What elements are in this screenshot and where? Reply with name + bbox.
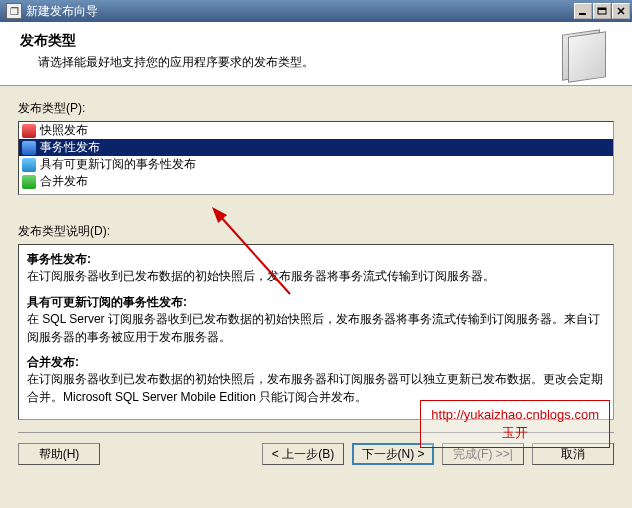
list-item[interactable]: 快照发布 — [19, 122, 613, 139]
wizard-header: 发布类型 请选择能最好地支持您的应用程序要求的发布类型。 — [0, 22, 632, 86]
list-item-label: 事务性发布 — [40, 139, 100, 156]
desc-title: 合并发布: — [27, 354, 605, 371]
list-item[interactable]: 合并发布 — [19, 173, 613, 190]
wizard-body: 发布类型(P): 快照发布 事务性发布 具有可更新订阅的事务性发布 合并发布 发… — [0, 86, 632, 508]
description-label: 发布类型说明(D): — [18, 223, 614, 240]
desc-title: 具有可更新订阅的事务性发布: — [27, 294, 605, 311]
window-controls — [574, 3, 630, 19]
transactional-updatable-icon — [22, 158, 36, 172]
list-item-label: 具有可更新订阅的事务性发布 — [40, 156, 196, 173]
watermark-author: 玉开 — [431, 424, 599, 442]
list-item[interactable]: 具有可更新订阅的事务性发布 — [19, 156, 613, 173]
header-graphic-icon — [558, 32, 606, 80]
desc-body: 在订阅服务器收到已发布数据的初始快照后，发布服务器将事务流式传输到订阅服务器。 — [27, 268, 605, 285]
watermark-annotation: http://yukaizhao.cnblogs.com 玉开 — [420, 400, 610, 448]
spacer — [108, 443, 254, 465]
desc-title: 事务性发布: — [27, 251, 605, 268]
list-item-label: 合并发布 — [40, 173, 88, 190]
maximize-button[interactable] — [593, 3, 611, 19]
svg-rect-2 — [598, 8, 606, 10]
help-button[interactable]: 帮助(H) — [18, 443, 100, 465]
type-list-label: 发布类型(P): — [18, 100, 614, 117]
close-button[interactable] — [612, 3, 630, 19]
svg-rect-0 — [579, 13, 586, 15]
watermark-url: http://yukaizhao.cnblogs.com — [431, 406, 599, 424]
back-button[interactable]: < 上一步(B) — [262, 443, 344, 465]
publication-type-listbox[interactable]: 快照发布 事务性发布 具有可更新订阅的事务性发布 合并发布 — [18, 121, 614, 195]
transactional-icon — [22, 141, 36, 155]
titlebar: ❐ 新建发布向导 — [0, 0, 632, 22]
description-box[interactable]: 事务性发布: 在订阅服务器收到已发布数据的初始快照后，发布服务器将事务流式传输到… — [18, 244, 614, 420]
list-item-label: 快照发布 — [40, 122, 88, 139]
snapshot-icon — [22, 124, 36, 138]
list-item[interactable]: 事务性发布 — [19, 139, 613, 156]
desc-body: 在 SQL Server 订阅服务器收到已发布数据的初始快照后，发布服务器将事务… — [27, 311, 605, 346]
app-icon: ❐ — [6, 3, 22, 19]
minimize-button[interactable] — [574, 3, 592, 19]
page-subtitle: 请选择能最好地支持您的应用程序要求的发布类型。 — [20, 54, 558, 71]
merge-icon — [22, 175, 36, 189]
window-title: 新建发布向导 — [26, 3, 574, 20]
page-title: 发布类型 — [20, 32, 558, 50]
